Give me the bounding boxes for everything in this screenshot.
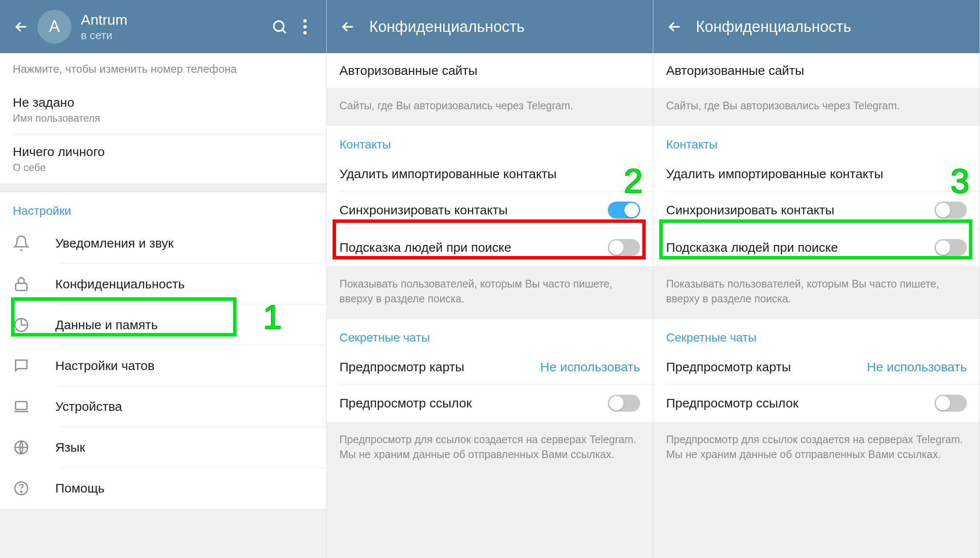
auth-sites-row[interactable]: Авторизованные сайты <box>327 53 653 88</box>
link-hint: Предпросмотр для ссылок создается на сер… <box>327 422 653 475</box>
more-button[interactable] <box>292 19 318 34</box>
section-gap <box>0 184 326 192</box>
username-value: Не задано <box>13 95 313 110</box>
annotation-1: 1 <box>263 298 282 337</box>
bio-row[interactable]: Ничего личного О себе <box>0 134 326 184</box>
annotation-2: 2 <box>624 162 643 201</box>
row-label: Удалить импортированные контакты <box>666 167 883 181</box>
phone-hint[interactable]: Нажмите, чтобы изменить номер телефона <box>0 53 326 85</box>
settings-label: Устройства <box>55 399 122 414</box>
row-label: Синхронизировать контакты <box>339 203 608 217</box>
suggest-people-row[interactable]: Подсказка людей при поиске <box>327 229 653 266</box>
settings-title: Настройки <box>0 192 326 223</box>
sync-toggle-on[interactable] <box>608 202 640 219</box>
delete-contacts-row[interactable]: Удалить импортированные контакты <box>327 157 653 191</box>
row-label: Авторизованные сайты <box>666 63 804 78</box>
svg-rect-4 <box>16 283 27 290</box>
back-button[interactable] <box>335 18 361 35</box>
sync-toggle-off[interactable] <box>934 202 967 219</box>
back-button[interactable] <box>662 18 687 35</box>
settings-label: Данные и память <box>55 318 158 332</box>
svg-point-3 <box>303 31 307 34</box>
username-label: Имя пользователя <box>13 112 313 124</box>
lock-icon <box>13 276 55 293</box>
row-label: Подсказка людей при поиске <box>666 240 934 255</box>
search-button[interactable] <box>267 18 292 35</box>
bio-value: Ничего личного <box>13 145 313 159</box>
svg-point-2 <box>303 25 307 28</box>
row-value: Не использовать <box>867 360 967 374</box>
chat-icon <box>13 357 55 374</box>
row-label: Авторизованные сайты <box>339 63 478 78</box>
auth-sites-hint: Сайты, где Вы авторизовались через Teleg… <box>327 88 653 126</box>
suggest-people-row[interactable]: Подсказка людей при поиске <box>653 229 980 266</box>
panel-profile: А Antrum в сети Нажмите, чтобы изменить … <box>0 0 327 558</box>
bio-label: О себе <box>13 162 313 174</box>
sync-contacts-row[interactable]: Синхронизировать контакты <box>327 191 653 229</box>
header-privacy: Конфиденциальность <box>327 0 653 53</box>
suggest-toggle[interactable] <box>934 239 967 256</box>
back-button[interactable] <box>9 18 34 35</box>
contacts-title: Контакты <box>653 126 980 157</box>
settings-label: Настройки чатов <box>55 359 154 373</box>
avatar-letter: А <box>49 17 60 36</box>
svg-point-0 <box>274 21 284 31</box>
link-toggle[interactable] <box>608 395 640 412</box>
link-toggle[interactable] <box>934 395 967 412</box>
contacts-title: Контакты <box>327 126 653 157</box>
help-icon <box>13 480 55 497</box>
header-privacy: Конфиденциальность <box>653 0 980 53</box>
annotation-3: 3 <box>951 162 970 201</box>
svg-rect-6 <box>16 401 27 409</box>
user-status: в сети <box>81 29 267 42</box>
suggest-hint: Показывать пользователей, которым Вы час… <box>327 266 653 319</box>
link-preview-row[interactable]: Предпросмотр ссылок <box>327 384 653 422</box>
settings-label: Конфиденциальность <box>55 277 185 291</box>
settings-label: Язык <box>55 440 85 455</box>
settings-notifications[interactable]: Уведомления и звук <box>0 223 326 264</box>
svg-point-9 <box>21 491 22 493</box>
map-preview-row[interactable]: Предпросмотр карты Не использовать <box>327 350 653 384</box>
row-label: Предпросмотр карты <box>339 360 540 374</box>
settings-label: Помощь <box>55 481 105 495</box>
row-label: Предпросмотр ссылок <box>666 396 934 410</box>
panel-privacy-before: Конфиденциальность Авторизованные сайты … <box>327 0 653 558</box>
panel-privacy-after: Конфиденциальность Авторизованные сайты … <box>653 0 980 558</box>
user-block: Antrum в сети <box>81 11 267 42</box>
row-label: Предпросмотр карты <box>666 360 867 374</box>
sync-contacts-row[interactable]: Синхронизировать контакты <box>653 191 980 229</box>
secret-title: Секретные чаты <box>327 319 653 350</box>
row-label: Подсказка людей при поиске <box>339 240 608 255</box>
header-profile: А Antrum в сети <box>0 0 326 53</box>
row-label: Синхронизировать контакты <box>666 203 934 217</box>
settings-label: Уведомления и звук <box>55 236 174 251</box>
bell-icon <box>13 235 55 252</box>
profile-info-section: Нажмите, чтобы изменить номер телефона Н… <box>0 53 326 184</box>
suggest-hint: Показывать пользователей, которым Вы час… <box>653 266 980 319</box>
secret-title: Секретные чаты <box>653 319 980 350</box>
suggest-toggle[interactable] <box>608 239 640 256</box>
settings-language[interactable]: Язык <box>0 427 326 468</box>
settings-devices[interactable]: Устройства <box>0 386 326 427</box>
page-title: Конфиденциальность <box>696 18 851 36</box>
svg-point-1 <box>303 19 307 23</box>
map-preview-row[interactable]: Предпросмотр карты Не использовать <box>653 350 980 384</box>
laptop-icon <box>13 398 55 415</box>
link-preview-row[interactable]: Предпросмотр ссылок <box>653 384 980 422</box>
globe-icon <box>13 439 55 456</box>
auth-sites-row[interactable]: Авторизованные сайты <box>653 53 980 88</box>
pie-chart-icon <box>13 316 55 333</box>
settings-help[interactable]: Помощь <box>0 468 326 509</box>
row-value: Не использовать <box>540 360 640 374</box>
page-title: Конфиденциальность <box>369 18 524 36</box>
avatar[interactable]: А <box>37 10 71 44</box>
user-name: Antrum <box>81 11 267 28</box>
settings-chat[interactable]: Настройки чатов <box>0 345 326 386</box>
link-hint: Предпросмотр для ссылок создается на сер… <box>653 422 980 475</box>
row-label: Удалить импортированные контакты <box>339 167 557 181</box>
auth-sites-hint: Сайты, где Вы авторизовались через Teleg… <box>653 88 980 126</box>
delete-contacts-row[interactable]: Удалить импортированные контакты <box>653 157 980 191</box>
row-label: Предпросмотр ссылок <box>339 396 608 410</box>
username-row[interactable]: Не задано Имя пользователя <box>0 85 326 134</box>
settings-section: Настройки Уведомления и звук Конфиденциа… <box>0 192 326 509</box>
